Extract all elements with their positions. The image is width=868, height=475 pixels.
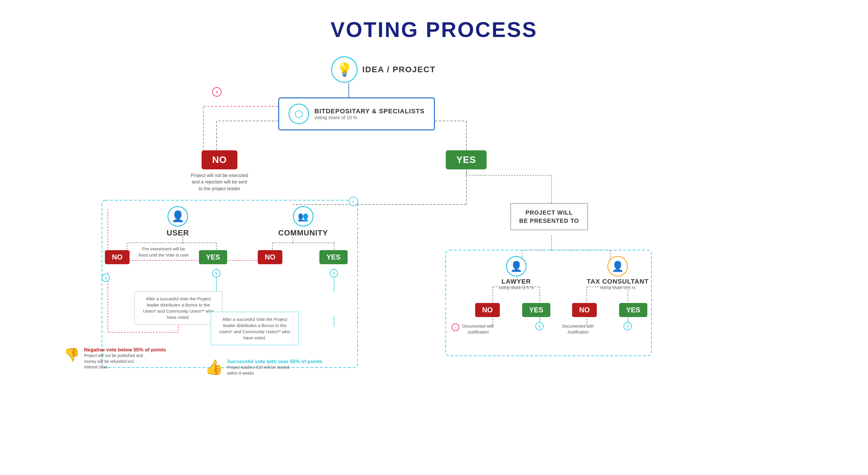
comm-yes-chevron: ∨ xyxy=(330,269,338,277)
bonus-box1: After a succesful Vote the Project leade… xyxy=(134,291,222,325)
taxcon-no-button: NO xyxy=(572,303,597,317)
comm-no-node: NO xyxy=(258,250,282,264)
no-main-node: NO Project will not be executed and a re… xyxy=(190,150,249,192)
thumbs-down-icon: 👎 xyxy=(64,347,80,362)
project-present-node: PROJECT WILL BE PRESENTED TO xyxy=(510,203,588,230)
lawyer-node: 👤 LAWYER voting share of 5 % xyxy=(499,256,534,290)
bitdep-node: ⬡ BITDEPOSITARY & SPECIALISTS voting sha… xyxy=(278,98,435,130)
success-vote-text: Successful vote with over 55% of points … xyxy=(227,359,322,376)
taxcon-label: TAX CONSULTANT xyxy=(587,278,649,285)
success-vote-desc: Project leaders ICO will be started with… xyxy=(227,365,295,376)
project-present-line2: BE PRESENTED TO xyxy=(519,217,579,225)
yes-main-node: YES xyxy=(446,150,487,169)
comm-no-button: NO xyxy=(258,250,282,264)
pre-invest-box: Pre investment will be fixed until the V… xyxy=(137,246,190,258)
neg-vote-box: 👎 Negative vote below 55% of points Proj… xyxy=(64,347,166,370)
no-main-desc: Project will not be executed and a rejec… xyxy=(190,172,249,192)
page: VOTING PROCESS xyxy=(0,0,868,475)
success-vote-box: 👍 Successful vote with over 55% of point… xyxy=(205,359,322,376)
bitdep-subtitle: voting share of 10 % xyxy=(314,115,425,121)
green-loop-icon: ‹ xyxy=(349,197,358,206)
user-no-loop-chevron: ∨ xyxy=(102,274,110,282)
lawyer-yes-chevron: ∨ xyxy=(535,322,544,330)
user-no-node: NO xyxy=(105,250,130,264)
taxcon-yes-chevron: ∨ xyxy=(623,322,632,330)
doc-just-1: Documented with Justification xyxy=(455,324,502,335)
idea-icon: 💡 xyxy=(331,56,358,83)
community-label: COMMUNITY xyxy=(278,228,328,238)
user-icon: 👤 xyxy=(167,206,188,227)
community-node: 👥 COMMUNITY xyxy=(278,206,328,238)
lawyer-no-node: NO xyxy=(475,303,500,317)
bitdep-text: BITDEPOSITARY & SPECIALISTS voting share… xyxy=(314,107,425,121)
lawyer-no-button: NO xyxy=(475,303,500,317)
project-present-line1: PROJECT WILL xyxy=(519,208,579,217)
idea-node: 💡 IDEA / PROJECT xyxy=(331,56,435,83)
thumbs-up-icon: 👍 xyxy=(205,359,223,376)
comm-yes-button: YES xyxy=(319,250,348,264)
taxcon-subtitle: voting share of 5 % xyxy=(600,285,635,290)
taxcon-node: 👤 TAX CONSULTANT voting share of 5 % xyxy=(587,256,649,290)
bonus2-text: After a succesful Vote the Project leade… xyxy=(219,317,290,340)
taxcon-yes-button: YES xyxy=(619,303,647,317)
user-yes-button: YES xyxy=(199,250,227,264)
doc-just-2-text: Documented with Justification xyxy=(562,324,594,334)
doc-just-2: Documented with Justification xyxy=(555,324,601,335)
community-icon: 👥 xyxy=(293,206,313,227)
bitdep-title: BITDEPOSITARY & SPECIALISTS xyxy=(314,107,425,115)
lawyer-yes-button: YES xyxy=(522,303,550,317)
neg-vote-text: Negative vote below 55% of points Projec… xyxy=(84,347,166,370)
taxcon-yes-node: YES xyxy=(619,303,647,317)
project-present-box: PROJECT WILL BE PRESENTED TO xyxy=(510,203,588,230)
bitdep-box: ⬡ BITDEPOSITARY & SPECIALISTS voting sha… xyxy=(278,98,435,130)
lawyer-subtitle: voting share of 5 % xyxy=(499,285,534,290)
lawyer-icon: 👤 xyxy=(506,256,527,276)
neg-vote-desc: Project will not be published and money … xyxy=(84,353,149,370)
yes-main-button: YES xyxy=(446,150,487,169)
no-main-button: NO xyxy=(202,150,238,169)
pre-invest-text: Pre investment will be fixed until the V… xyxy=(139,246,189,258)
comm-yes-node: YES xyxy=(319,250,348,264)
flow-container: 💡 IDEA / PROJECT ⬡ BITDEPOSITARY & SPECI… xyxy=(23,42,845,475)
doc-just-1-text: Documented with Justification xyxy=(462,324,494,334)
user-yes-node: YES xyxy=(199,250,227,264)
neg-vote-title: Negative vote below 55% of points xyxy=(84,347,166,353)
loop-arrow-icon: › xyxy=(212,87,222,97)
user-label: USER xyxy=(166,228,189,238)
success-vote-title: Successful vote with over 55% of points xyxy=(227,359,322,365)
bonus-box2: After a succesful Vote the Project leade… xyxy=(211,312,299,345)
bitdep-icon: ⬡ xyxy=(288,104,309,124)
loop-arrow-indicator: › xyxy=(212,87,222,97)
user-no-button: NO xyxy=(105,250,130,264)
bonus1-text: After a succesful Vote the Project leade… xyxy=(143,296,214,320)
user-node: 👤 USER xyxy=(166,206,189,238)
user-yes-chevron: ∨ xyxy=(212,269,220,277)
page-title: VOTING PROCESS xyxy=(0,0,868,42)
lawyer-label: LAWYER xyxy=(502,278,531,285)
taxcon-no-node: NO xyxy=(572,303,597,317)
green-loop-arrow: ‹ xyxy=(349,197,358,206)
lawyer-yes-node: YES xyxy=(522,303,550,317)
taxcon-icon: 👤 xyxy=(608,256,628,276)
idea-label: IDEA / PROJECT xyxy=(362,65,435,74)
